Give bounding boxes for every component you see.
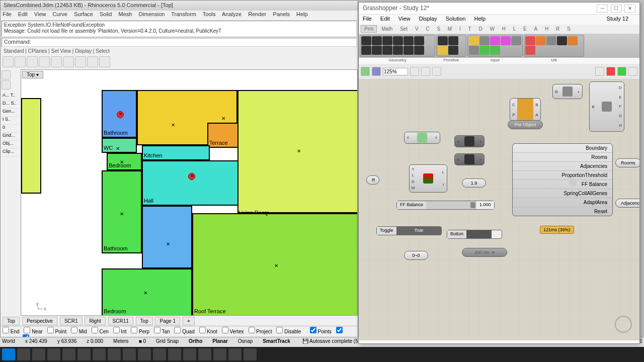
copy-icon[interactable]	[63, 56, 74, 67]
port[interactable]: H	[617, 123, 624, 128]
component-icon[interactable]	[479, 36, 490, 45]
gh-tab[interactable]: L	[510, 26, 519, 32]
component-icon[interactable]	[525, 36, 535, 45]
pointer-icon[interactable]	[2, 70, 11, 79]
gh-tab[interactable]: M	[445, 26, 455, 32]
app-icon[interactable]	[244, 348, 257, 360]
tab-setview[interactable]: Set View	[51, 48, 71, 54]
port[interactable]: B	[553, 89, 560, 94]
component-icon[interactable]	[393, 46, 403, 55]
open-icon[interactable]	[15, 56, 26, 67]
preview-icon[interactable]	[421, 67, 430, 76]
menu-tools[interactable]: Tools	[203, 11, 216, 17]
menu-curve[interactable]: Curve	[53, 11, 67, 17]
osnap-project[interactable]: Project	[249, 329, 272, 334]
port[interactable]: E	[617, 95, 624, 100]
node-ldw[interactable]: YLDW LI	[409, 164, 447, 193]
port[interactable]: B	[533, 103, 540, 107]
gh-doc-name[interactable]: Study 12	[607, 16, 628, 22]
input-boundary[interactable]: Boundary	[513, 144, 612, 153]
layer-row[interactable]: Gen...	[3, 109, 19, 117]
gh-menu-solution[interactable]: Solution	[446, 16, 466, 22]
zoom-input[interactable]	[383, 68, 408, 75]
zoom-extents-icon[interactable]	[410, 67, 419, 76]
gh-menu-file[interactable]: File	[363, 16, 372, 22]
param-range[interactable]: 0~0	[404, 251, 428, 260]
app-icon[interactable]	[153, 348, 166, 360]
layer-row[interactable]: Clip...	[3, 149, 19, 157]
osnap-tan[interactable]: Tan	[154, 329, 170, 334]
port[interactable]: I	[440, 183, 447, 187]
menu-mesh[interactable]: Mesh	[118, 11, 132, 17]
component-icon[interactable]	[490, 36, 500, 45]
component-icon[interactable]	[469, 36, 479, 45]
gh-tab[interactable]: H	[542, 26, 551, 32]
slider-grip[interactable]	[470, 202, 475, 208]
param-r[interactable]: R	[366, 175, 379, 185]
input-adaptarea[interactable]: AdaptArea	[513, 198, 612, 207]
osnap-int[interactable]: Int	[113, 329, 127, 334]
port[interactable]: T	[405, 136, 412, 140]
node-output-params[interactable]: B DEFGH	[589, 81, 624, 132]
port[interactable]: A	[533, 113, 540, 117]
status-layer[interactable]: ■ 0	[139, 338, 146, 346]
gh-menu-view[interactable]: View	[398, 16, 411, 22]
gh-menu-help[interactable]: Help	[474, 16, 486, 22]
component-icon[interactable]	[393, 36, 403, 45]
port[interactable]: L	[410, 173, 417, 177]
button-grip[interactable]	[466, 230, 492, 238]
toggle[interactable]: Toggle True	[376, 226, 442, 235]
input-proportion[interactable]: ProportionThreshold	[513, 171, 612, 180]
gh-titlebar[interactable]: Grasshopper - Study 12* ─ ☐ ✕	[359, 3, 639, 15]
osnap-quad[interactable]: Quad	[174, 329, 194, 334]
component-icon[interactable]	[511, 36, 521, 45]
search-icon[interactable]	[17, 348, 30, 360]
component-icon[interactable]	[448, 46, 458, 55]
osnap-cen[interactable]: Cen	[92, 329, 109, 334]
component-icon[interactable]	[404, 36, 414, 45]
taskview-icon[interactable]	[32, 348, 45, 360]
start-button[interactable]	[2, 348, 15, 360]
button-component[interactable]: Button	[447, 230, 502, 239]
layer-row[interactable]: Obj...	[3, 141, 19, 149]
toggle-value[interactable]: True	[396, 227, 441, 235]
node-relay[interactable]: B •	[552, 84, 583, 99]
status-gridsnap[interactable]: Grid Snap	[156, 338, 179, 346]
save-icon[interactable]	[372, 67, 381, 76]
enable-icon[interactable]	[617, 67, 626, 76]
menu-analyze[interactable]: Analyze	[222, 11, 242, 17]
port[interactable]: D	[617, 85, 624, 90]
component-icon[interactable]	[448, 36, 458, 45]
osnap-disable[interactable]: Disable	[276, 329, 301, 334]
open-icon[interactable]	[361, 67, 370, 76]
tab-right[interactable]: Right	[85, 317, 105, 325]
port[interactable]: L	[440, 170, 447, 174]
app-icon[interactable]	[108, 348, 121, 360]
port[interactable]: C	[510, 103, 517, 107]
osnap-near[interactable]: Near	[24, 329, 42, 334]
shelf-util[interactable]: Util	[524, 35, 584, 57]
save-icon[interactable]	[27, 56, 38, 67]
menu-edit[interactable]: Edit	[18, 11, 28, 17]
component-icon[interactable]	[479, 46, 490, 55]
tab-perspective[interactable]: Perspective	[22, 317, 57, 325]
app-icon[interactable]	[62, 348, 75, 360]
tab-top[interactable]: Top	[3, 317, 20, 325]
component-icon[interactable]	[490, 46, 500, 55]
gh-tab[interactable]: D	[475, 26, 485, 32]
component-icon[interactable]	[414, 46, 424, 55]
app-icon[interactable]	[47, 348, 60, 360]
layer-row[interactable]: D... S..	[3, 101, 19, 109]
undo-icon[interactable]	[87, 56, 98, 67]
port[interactable]: T	[433, 136, 440, 140]
print-icon[interactable]	[39, 56, 50, 67]
tab-scr1[interactable]: SCR1	[60, 317, 83, 325]
tab-cplanes[interactable]: CPlanes	[28, 48, 47, 54]
app-icon[interactable]	[198, 348, 211, 360]
component-icon[interactable]	[372, 46, 382, 55]
app-icon[interactable]	[228, 348, 242, 360]
port[interactable]: B	[590, 105, 597, 109]
maximize-icon[interactable]: ☐	[611, 5, 622, 13]
component-icon[interactable]	[372, 36, 382, 45]
tab-standard[interactable]: Standard	[4, 48, 24, 54]
